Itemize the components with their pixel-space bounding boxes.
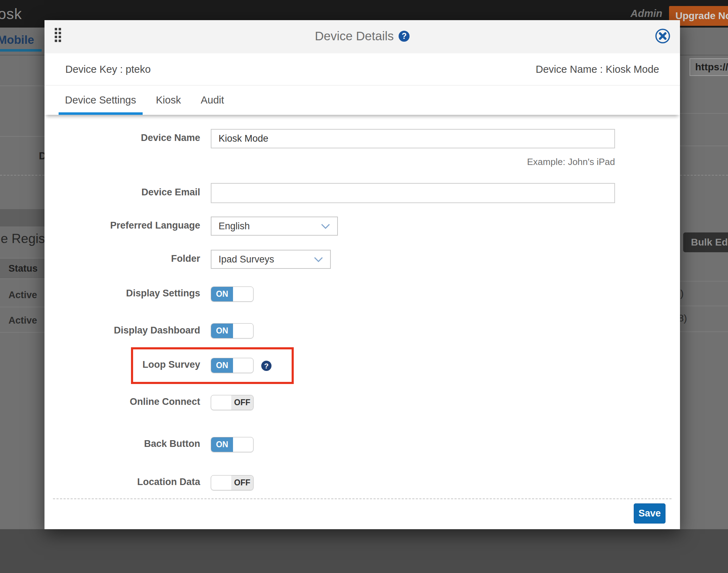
loop-survey-help-icon[interactable]: ? — [261, 361, 271, 371]
status-value: Active — [8, 315, 37, 326]
bg-divider — [0, 332, 44, 333]
table-row: Active — [0, 283, 44, 307]
loop-survey-toggle[interactable]: ON — [211, 358, 253, 373]
chevron-down-icon — [314, 257, 323, 262]
tab-kiosk[interactable]: Kiosk — [150, 85, 187, 115]
drag-handle-icon[interactable] — [55, 28, 61, 42]
modal-tabs: Device Settings Kiosk Audit — [44, 85, 680, 115]
display-dashboard-label: Display Dashboard — [44, 325, 200, 336]
chevron-down-icon — [321, 224, 330, 229]
tab-mobile-active-underline — [0, 49, 42, 52]
bg-divider — [0, 307, 44, 307]
online-connect-toggle[interactable]: OFF — [211, 395, 253, 410]
location-data-toggle[interactable]: OFF — [211, 475, 253, 490]
folder-value: Ipad Surveys — [219, 254, 274, 265]
bg-divider — [680, 331, 728, 332]
back-button-toggle[interactable]: ON — [211, 437, 253, 452]
save-button[interactable]: Save — [634, 503, 666, 524]
table-header-row: Status — [0, 258, 44, 279]
bg-section-band — [0, 209, 44, 226]
back-button-label: Back Button — [44, 438, 200, 449]
loop-survey-label: Loop Survey — [44, 359, 200, 370]
tab-device-settings[interactable]: Device Settings — [59, 85, 143, 115]
device-key-text: Device Key : pteko — [65, 64, 151, 75]
online-connect-label: Online Connect — [44, 396, 200, 407]
screen: osk Admin Upgrade Now Mobile D e Registr… — [0, 0, 728, 573]
bg-divider — [0, 136, 44, 137]
status-value: Active — [8, 290, 37, 301]
device-name-input[interactable] — [211, 129, 615, 148]
device-name-label: Device Name — [44, 132, 200, 143]
tab-mobile: Mobile — [0, 33, 34, 47]
display-dashboard-toggle[interactable]: ON — [211, 323, 253, 338]
device-details-modal: Device Details ? Device Key : pteko Devi… — [44, 20, 680, 529]
preferred-language-value: English — [219, 221, 250, 232]
display-settings-toggle[interactable]: ON — [211, 286, 253, 302]
modal-title: Device Details — [315, 29, 394, 43]
close-icon[interactable] — [655, 28, 671, 44]
bg-divider — [680, 113, 728, 114]
device-name-hint: Example: John's iPad — [211, 156, 615, 167]
preferred-language-select[interactable]: English — [211, 217, 338, 236]
bg-divider — [680, 146, 728, 146]
bulk-edit-button: Bulk Edit — [683, 232, 728, 252]
device-email-input[interactable] — [211, 183, 615, 203]
title-help-icon[interactable]: ? — [399, 31, 410, 42]
tab-audit[interactable]: Audit — [194, 85, 230, 115]
survey-url-value: https:// — [695, 61, 728, 73]
table-cell-partial: ) — [680, 288, 684, 299]
bg-divider — [680, 281, 728, 282]
bg-divider — [0, 85, 44, 86]
device-meta-row: Device Key : pteko Device Name : Kiosk M… — [44, 53, 680, 85]
survey-url-input: https:// — [690, 58, 728, 76]
folder-label: Folder — [44, 253, 200, 264]
modal-header: Device Details ? — [44, 20, 680, 53]
status-column-header: Status — [8, 263, 38, 274]
location-data-label: Location Data — [44, 477, 200, 488]
folder-select[interactable]: Ipad Surveys — [211, 250, 331, 269]
preferred-language-label: Preferred Language — [44, 220, 200, 231]
table-row: Active — [0, 308, 44, 333]
bg-divider — [680, 306, 728, 306]
app-logo-partial: osk — [0, 6, 22, 23]
admin-menu: Admin — [631, 8, 662, 19]
device-name-text: Device Name : Kiosk Mode — [536, 64, 659, 75]
footer-divider — [53, 498, 672, 499]
page-dim-area — [0, 529, 728, 573]
display-settings-label: Display Settings — [44, 288, 200, 299]
device-email-label: Device Email — [44, 187, 200, 198]
